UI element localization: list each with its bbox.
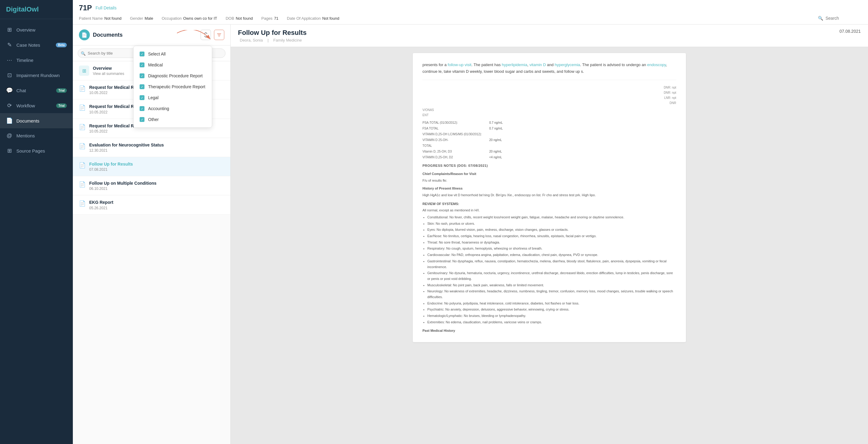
patient-id: 71P [79, 4, 92, 12]
hpi-label: History of Present Illness [423, 185, 676, 192]
impairment-icon: ⊡ [6, 72, 13, 78]
filter-item-diagnostic[interactable]: ✓ Diagnostic Procedure Report [133, 70, 212, 81]
overview-doc-icon: ⊞ [79, 66, 89, 76]
filter-item-therapeutic[interactable]: ✓ Therapeutic Procedure Report [133, 81, 212, 92]
list-item[interactable]: 📄 Follow Up for Results 07.08.2021 [73, 157, 230, 176]
hyperlipidemia-link[interactable]: hyperlipidemia [502, 63, 527, 67]
documents-panel: 📄 Documents [73, 25, 231, 444]
filter-item-legal[interactable]: ✓ Legal [133, 92, 212, 103]
chief-complaints-label: Chief Complaints/Reason for Visit [423, 171, 676, 177]
occupation-label: Occupation [162, 16, 182, 21]
case-notes-icon: ✎ [6, 41, 13, 48]
list-item[interactable]: 📄 Evaluation for Neurocognitive Status 1… [73, 138, 230, 157]
sidebar-item-timeline[interactable]: ⋯ Timeline [0, 53, 73, 68]
trial-badge: Trial [56, 88, 67, 93]
doc-file-icon: 📄 [79, 181, 86, 188]
sidebar-item-workflow[interactable]: ⟳ Workflow Trial [0, 98, 73, 113]
pages-label: Pages [261, 16, 273, 21]
doc-date: 07.08.2021 [89, 167, 224, 172]
doc-specialty: Family Medicine [274, 38, 302, 42]
sidebar-item-chat[interactable]: 💬 Chat Trial [0, 83, 73, 98]
topbar-meta-row: Patient Name Not found Gender Male Occup… [79, 14, 862, 24]
sidebar-item-documents[interactable]: 📄 Documents [0, 113, 73, 128]
topbar-title-row: 71P Full Details [79, 0, 862, 14]
sidebar-item-label: Workflow [17, 103, 53, 108]
ros-item-constitutional: Constitutional: No fever, chills, recent… [427, 214, 676, 220]
doc-specialty-separator: | [268, 38, 269, 42]
docs-search-icon: 🔍 [81, 51, 86, 56]
doc-content: DNR: npt DNR: npt LNR: npt DNR V/ONASENT… [423, 85, 676, 334]
logo-text: DigitalOwl [6, 5, 67, 13]
doc-file-icon: 📄 [79, 143, 86, 149]
filter-item-accounting[interactable]: ✓ Accounting [133, 103, 212, 114]
doc-summary: presents for a follow-up visit. The pati… [423, 62, 676, 80]
full-details-link[interactable]: Full Details [96, 5, 117, 10]
doc-page: presents for a follow-up visit. The pati… [413, 53, 686, 342]
ros-item-msk: Musculoskeletal: No joint pain, back pai… [427, 282, 676, 288]
sidebar-item-impairment-rundown[interactable]: ⊡ Impairment Rundown [0, 68, 73, 83]
patient-name-value: Not found [104, 16, 121, 21]
sidebar-item-overview[interactable]: ⊞ Overview [0, 22, 73, 37]
doc-viewer-title-block: Follow Up for Results Deora, Sonia | Fam… [238, 29, 307, 42]
patient-name-field: Patient Name Not found [79, 16, 121, 21]
logo-owl: Owl [26, 5, 38, 13]
doc-info: EKG Report 05.26.2021 [89, 200, 224, 210]
follow-up-visit-link[interactable]: follow-up visit [448, 63, 471, 67]
doc-info: Follow Up on Multiple Conditions 06.10.2… [89, 180, 224, 191]
sidebar-item-label: Impairment Rundown [17, 73, 67, 78]
sidebar-item-mentions[interactable]: @ Mentions [0, 128, 73, 143]
ros-item-gi: Gastrointestinal: No dysphagia, reflux, … [427, 259, 676, 270]
sidebar-item-label: Chat [17, 88, 53, 93]
ros-section: REVIEW OF SYSTEMS: All normal, except as… [423, 201, 676, 325]
sidebar-item-label: Timeline [17, 58, 67, 63]
overview-icon: ⊞ [6, 26, 13, 33]
list-item[interactable]: 📄 EKG Report 05.26.2021 [73, 195, 230, 214]
doc-date: 10.05.2022 [89, 129, 224, 133]
ros-intro: All normal, except as mentioned in H/I. [423, 207, 676, 213]
sidebar-item-label: Documents [17, 118, 67, 124]
ros-item-eyes: Eyes: No diplopia, blurred vision, pain,… [427, 227, 676, 233]
filter-checkbox-accounting: ✓ [140, 106, 145, 111]
vitamin-d-link[interactable]: vitamin D [529, 63, 546, 67]
filter-item-select-all[interactable]: ✓ Select All [133, 48, 212, 60]
doc-name: Follow Up on Multiple Conditions [89, 180, 224, 186]
hpi-text: High HgA1c and low vit D hemorrhoid be'n… [423, 192, 676, 198]
dob-value: Not found [236, 16, 253, 21]
documents-icon: 📄 [6, 117, 13, 124]
sidebar-item-source-pages[interactable]: ⊞ Source Pages [0, 143, 73, 158]
doc-info: Follow Up for Results 07.08.2021 [89, 161, 224, 172]
doc-file-icon: 📄 [79, 162, 86, 169]
filter-label-therapeutic: Therapeutic Procedure Report [148, 84, 205, 89]
filter-button[interactable] [214, 30, 224, 40]
doc-viewer-date: 07.08.2021 [839, 29, 861, 34]
sort-button[interactable] [200, 30, 211, 40]
doc-file-icon: 📄 [79, 104, 86, 111]
filter-item-medical[interactable]: ✓ Medical [133, 60, 212, 70]
occupation-value: Owns own co for IT [183, 16, 217, 21]
filter-label-accounting: Accounting [148, 106, 169, 111]
dob-field: DOB Not found [225, 16, 253, 21]
ros-item-heme: Hematologic/Lymphatic: No bruises, bleed… [427, 313, 676, 319]
filter-icon [217, 32, 222, 37]
list-item[interactable]: 📄 Follow Up on Multiple Conditions 06.10… [73, 176, 230, 195]
sort-icon [203, 32, 208, 37]
ros-item-gu: Genitourinary: No dysuria, hematuria, no… [427, 270, 676, 281]
search-input[interactable] [826, 16, 862, 21]
progress-notes-title: PROGRESS NOTES (DOS: 07/08/2021) [423, 163, 676, 169]
sidebar-item-case-notes[interactable]: ✎ Case Notes Beta [0, 37, 73, 53]
hyperglycemia-link[interactable]: hyperglycemia [555, 63, 580, 67]
search-area[interactable]: 🔍 [818, 16, 862, 21]
sidebar-item-label: Case Notes [17, 42, 52, 47]
doc-viewer-header: Follow Up for Results Deora, Sonia | Fam… [231, 25, 868, 47]
filter-label-medical: Medical [148, 63, 163, 67]
filter-item-other[interactable]: ✓ Other [133, 114, 212, 125]
occupation-field: Occupation Owns own co for IT [162, 16, 217, 21]
endoscopy-link[interactable]: endoscopy [647, 63, 666, 67]
filter-checkbox-select-all: ✓ [140, 52, 145, 57]
ros-title: REVIEW OF SYSTEMS: [423, 201, 676, 207]
past-medical-title: Past Medical History [423, 328, 676, 334]
dob-label: DOB [225, 16, 234, 21]
date-of-application-label: Date Of Application [287, 16, 320, 21]
mentions-icon: @ [6, 133, 13, 139]
sidebar-item-label: Source Pages [17, 148, 67, 153]
